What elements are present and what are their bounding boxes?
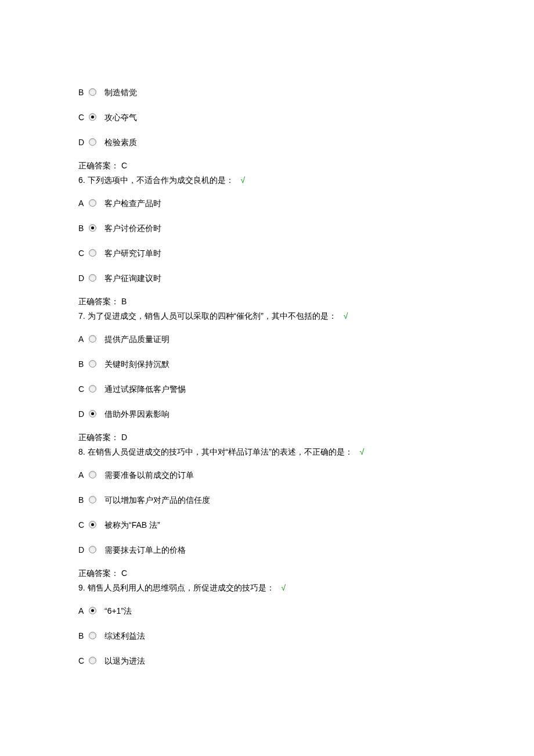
radio-icon[interactable] — [89, 607, 96, 614]
radio-icon[interactable] — [89, 410, 96, 417]
question-text: 在销售人员促进成交的技巧中，其中对“样品订单法”的表述，不正确的是： — [88, 447, 353, 456]
q8-answer: 正确答案： C — [78, 567, 534, 579]
option-letter: D — [78, 272, 89, 285]
q8-option-b[interactable]: B 可以增加客户对产品的信任度 — [78, 492, 534, 508]
answer-value: C — [121, 161, 127, 170]
answer-value: B — [121, 297, 127, 306]
q5-option-b[interactable]: B 制造错觉 — [78, 85, 534, 100]
q6-option-d[interactable]: D 客户征询建议时 — [78, 271, 534, 286]
option-letter: C — [78, 655, 89, 667]
option-letter: D — [78, 408, 89, 420]
option-letter: D — [78, 544, 89, 556]
option-letter: A — [78, 197, 89, 210]
option-text: “6+1”法 — [104, 605, 132, 617]
q6-option-a[interactable]: A 客户检查产品时 — [78, 196, 534, 211]
q7-answer: 正确答案： D — [78, 431, 534, 444]
q8-option-d[interactable]: D 需要抹去订单上的价格 — [78, 542, 534, 558]
radio-icon[interactable] — [89, 113, 96, 121]
question-number: 9. — [78, 583, 85, 592]
option-text: 关键时刻保持沉默 — [104, 358, 169, 370]
check-icon: √ — [360, 447, 365, 456]
option-text: 提供产品质量证明 — [104, 333, 169, 345]
q8-option-a[interactable]: A 需要准备以前成交的订单 — [78, 467, 534, 483]
option-text: 需要抹去订单上的价格 — [104, 544, 186, 556]
q8-question: 8. 在销售人员促进成交的技巧中，其中对“样品订单法”的表述，不正确的是： √ — [78, 446, 534, 458]
q7-question: 7. 为了促进成交，销售人员可以采取的四种“催化剂”，其中不包括的是： √ — [78, 310, 534, 322]
check-icon: √ — [240, 175, 245, 185]
radio-icon[interactable] — [89, 88, 96, 96]
q7-option-a[interactable]: A 提供产品质量证明 — [78, 332, 534, 347]
q7-option-b[interactable]: B 关键时刻保持沉默 — [78, 357, 534, 372]
option-text: 客户研究订单时 — [104, 247, 161, 260]
option-text: 综述利益法 — [104, 630, 145, 642]
q6-option-b[interactable]: B 客户讨价还价时 — [78, 221, 534, 236]
option-letter: B — [78, 87, 89, 99]
radio-icon[interactable] — [89, 521, 96, 528]
question-number: 6. — [78, 175, 85, 185]
option-text: 客户征询建议时 — [104, 272, 161, 285]
question-text: 销售人员利用人的思维弱点，所促进成交的技巧是： — [88, 583, 275, 592]
answer-value: D — [121, 433, 127, 442]
radio-icon[interactable] — [89, 274, 96, 282]
radio-icon[interactable] — [89, 657, 96, 664]
option-letter: C — [78, 111, 89, 124]
option-letter: C — [78, 383, 89, 395]
option-text: 可以增加客户对产品的信任度 — [104, 494, 210, 506]
check-icon: √ — [281, 583, 286, 592]
option-letter: B — [78, 494, 89, 506]
option-text: 需要准备以前成交的订单 — [104, 469, 194, 481]
radio-icon[interactable] — [89, 471, 96, 478]
q7-option-d[interactable]: D 借助外界因素影响 — [78, 406, 534, 422]
option-text: 通过试探降低客户警惕 — [104, 383, 186, 395]
question-number: 7. — [78, 311, 85, 321]
option-text: 检验素质 — [104, 136, 137, 149]
option-text: 攻心夺气 — [104, 111, 137, 124]
answer-label: 正确答案： — [78, 568, 119, 578]
answer-value: C — [121, 568, 127, 578]
check-icon: √ — [344, 311, 348, 321]
radio-icon[interactable] — [89, 632, 96, 639]
q9-option-c[interactable]: C 以退为进法 — [78, 653, 534, 669]
radio-icon[interactable] — [89, 546, 96, 553]
option-letter: A — [78, 469, 89, 481]
question-text: 为了促进成交，销售人员可以采取的四种“催化剂”，其中不包括的是： — [88, 311, 337, 321]
answer-label: 正确答案： — [78, 433, 119, 442]
radio-icon[interactable] — [89, 335, 96, 343]
option-text: 以退为进法 — [104, 655, 145, 667]
q9-question: 9. 销售人员利用人的思维弱点，所促进成交的技巧是： √ — [78, 582, 534, 594]
q5-option-c[interactable]: C 攻心夺气 — [78, 110, 534, 125]
option-letter: D — [78, 136, 89, 149]
radio-icon[interactable] — [89, 199, 96, 207]
q7-option-c[interactable]: C 通过试探降低客户警惕 — [78, 381, 534, 397]
answer-label: 正确答案： — [78, 297, 119, 306]
option-letter: B — [78, 222, 89, 235]
question-number: 8. — [78, 447, 85, 456]
q5-answer: 正确答案： C — [78, 160, 534, 172]
radio-icon[interactable] — [89, 496, 96, 503]
radio-icon[interactable] — [89, 360, 96, 368]
option-text: 客户检查产品时 — [104, 197, 161, 210]
option-letter: B — [78, 358, 89, 370]
q9-option-b[interactable]: B 综述利益法 — [78, 628, 534, 644]
q9-option-a[interactable]: A “6+1”法 — [78, 603, 534, 619]
option-letter: C — [78, 247, 89, 260]
q6-option-c[interactable]: C 客户研究订单时 — [78, 246, 534, 261]
option-text: 被称为“FAB 法” — [104, 519, 160, 531]
option-letter: C — [78, 519, 89, 531]
option-letter: A — [78, 605, 89, 617]
radio-icon[interactable] — [89, 249, 96, 257]
q6-answer: 正确答案： B — [78, 296, 534, 308]
radio-icon[interactable] — [89, 224, 96, 232]
q5-option-d[interactable]: D 检验素质 — [78, 135, 534, 150]
option-text: 制造错觉 — [104, 87, 137, 99]
q8-option-c[interactable]: C 被称为“FAB 法” — [78, 517, 534, 533]
radio-icon[interactable] — [89, 385, 96, 393]
option-text: 客户讨价还价时 — [104, 222, 161, 235]
q6-question: 6. 下列选项中，不适合作为成交良机的是： √ — [78, 174, 534, 186]
option-letter: A — [78, 333, 89, 345]
option-letter: B — [78, 630, 89, 642]
option-text: 借助外界因素影响 — [104, 408, 169, 420]
radio-icon[interactable] — [89, 138, 96, 146]
answer-label: 正确答案： — [78, 161, 119, 170]
question-text: 下列选项中，不适合作为成交良机的是： — [88, 175, 234, 185]
